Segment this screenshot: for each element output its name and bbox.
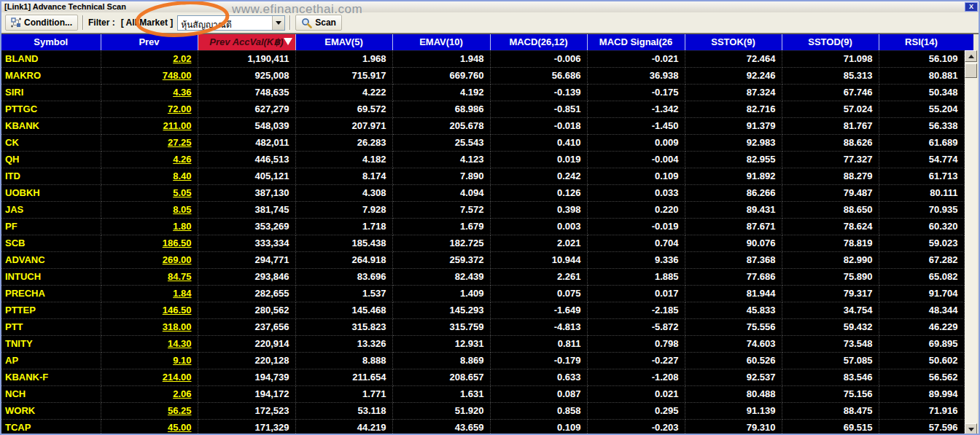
cell-prev[interactable]: 5.05 — [101, 184, 198, 201]
cell-value: 1.409 — [392, 285, 490, 302]
cell-prev[interactable]: 2.06 — [101, 385, 198, 402]
table-row[interactable]: PTT318.00237,656315.823315.759-4.813-5.8… — [1, 318, 964, 335]
vertical-scrollbar[interactable] — [965, 50, 977, 435]
cell-symbol[interactable]: NCH — [1, 385, 101, 402]
cell-symbol[interactable]: TNITY — [1, 335, 101, 352]
cell-prev[interactable]: 4.26 — [101, 151, 198, 168]
cell-symbol[interactable]: TCAP — [1, 419, 101, 435]
table-row[interactable]: CK27.25482,01126.28325.5430.4100.00992.9… — [1, 134, 964, 151]
table-row[interactable]: PF1.80353,2691.7181.6790.003-0.01987.671… — [1, 218, 964, 235]
column-header-sstok-9[interactable]: SSTOK(9) — [685, 34, 782, 50]
table-row[interactable]: MAKRO748.00925,008715.917669.76056.68636… — [1, 67, 964, 84]
cell-symbol[interactable]: JAS — [1, 201, 101, 218]
cell-prev[interactable]: 84.75 — [101, 268, 198, 285]
cell-symbol[interactable]: PTTEP — [1, 302, 101, 318]
cell-symbol[interactable]: ADVANC — [1, 251, 101, 268]
cell-prev[interactable]: 4.36 — [101, 84, 198, 101]
column-header-macd-26-12[interactable]: MACD(26,12) — [490, 34, 587, 50]
cell-prev[interactable]: 211.00 — [101, 117, 198, 134]
combo-dropdown-button[interactable] — [272, 16, 284, 30]
cell-prev[interactable]: 1.80 — [101, 218, 198, 235]
cell-prev[interactable]: 2.02 — [101, 50, 198, 67]
cell-value: 59.432 — [782, 318, 879, 335]
cell-symbol[interactable]: PTTGC — [1, 101, 101, 117]
table-row[interactable]: QH4.26446,5134.1824.1230.019-0.00482.955… — [1, 151, 964, 168]
cell-value: 88.279 — [782, 168, 879, 184]
scan-condition-combobox[interactable]: หุ้นสัญญาณดี — [177, 15, 285, 31]
cell-value: -1.649 — [490, 302, 587, 318]
cell-prev[interactable]: 56.25 — [101, 402, 198, 419]
cell-prev[interactable]: 748.00 — [101, 67, 198, 84]
cell-prev[interactable]: 8.05 — [101, 201, 198, 218]
table-row[interactable]: SIRI4.36748,6354.2224.192-0.139-0.17587.… — [1, 84, 964, 101]
cell-symbol[interactable]: BLAND — [1, 50, 101, 67]
cell-symbol[interactable]: WORK — [1, 402, 101, 419]
cell-prev[interactable]: 214.00 — [101, 369, 198, 385]
cell-prev[interactable]: 72.00 — [101, 101, 198, 117]
table-row[interactable]: WORK56.25172,52353.11851.9200.8580.29591… — [1, 402, 964, 419]
cell-value: 0.398 — [490, 201, 587, 218]
cell-symbol[interactable]: CK — [1, 134, 101, 151]
table-row[interactable]: TNITY14.30220,91413.32612.9310.8110.7987… — [1, 335, 964, 352]
close-icon[interactable]: X — [965, 2, 978, 12]
cell-prev[interactable]: 8.40 — [101, 168, 198, 184]
cell-symbol[interactable]: AP — [1, 352, 101, 369]
condition-button[interactable]: Condition... — [5, 15, 78, 31]
table-row[interactable]: TCAP45.00171,32944.21943.6590.109-0.2037… — [1, 419, 964, 435]
column-header-prev[interactable]: Prev — [101, 34, 198, 50]
cell-symbol[interactable]: KBANK — [1, 117, 101, 134]
column-header-symbol[interactable]: Symbol — [1, 34, 101, 50]
cell-symbol[interactable]: QH — [1, 151, 101, 168]
table-row[interactable]: JAS8.05381,7457.9287.5720.3980.22089.431… — [1, 201, 964, 218]
scroll-down-button[interactable] — [965, 423, 977, 435]
column-header-emav-5[interactable]: EMAV(5) — [295, 34, 392, 50]
cell-prev[interactable]: 9.10 — [101, 352, 198, 369]
table-row[interactable]: UOBKH5.05387,1304.3084.0940.1260.03386.2… — [1, 184, 964, 201]
cell-value: 0.858 — [490, 402, 587, 419]
table-row[interactable]: PRECHA1.84282,6551.5371.4090.0750.01781.… — [1, 285, 964, 302]
table-row[interactable]: BLAND2.021,190,4111.9681.948-0.006-0.021… — [1, 50, 964, 67]
cell-prev[interactable]: 45.00 — [101, 419, 198, 435]
cell-value: 925,008 — [198, 67, 295, 84]
scroll-up-button[interactable] — [965, 50, 977, 62]
table-row[interactable]: ITD8.40405,1218.1747.8900.2420.10991.892… — [1, 168, 964, 184]
cell-prev[interactable]: 1.84 — [101, 285, 198, 302]
cell-symbol[interactable]: UOBKH — [1, 184, 101, 201]
table-row[interactable]: KBANK211.00548,039207.971205.678-0.018-1… — [1, 117, 964, 134]
table-row[interactable]: NCH2.06194,1721.7711.6310.0870.02180.488… — [1, 385, 964, 402]
scroll-thumb[interactable] — [965, 63, 977, 78]
cell-value: -1.208 — [587, 369, 685, 385]
table-row[interactable]: SCB186.50333,334185.438182.7252.0210.704… — [1, 235, 964, 251]
cell-value: 1.718 — [295, 218, 392, 235]
cell-symbol[interactable]: PTT — [1, 318, 101, 335]
cell-symbol[interactable]: MAKRO — [1, 67, 101, 84]
cell-symbol[interactable]: KBANK-F — [1, 369, 101, 385]
column-header-macd-signal-26[interactable]: MACD Signal(26 — [587, 34, 685, 50]
cell-prev[interactable]: 146.50 — [101, 302, 198, 318]
cell-symbol[interactable]: PRECHA — [1, 285, 101, 302]
cell-symbol[interactable]: SIRI — [1, 84, 101, 101]
cell-value: 80.488 — [685, 385, 782, 402]
cell-prev[interactable]: 14.30 — [101, 335, 198, 352]
cell-symbol[interactable]: ITD — [1, 168, 101, 184]
table-row[interactable]: ADVANC269.00294,771264.918259.37210.9449… — [1, 251, 964, 268]
column-header-prev-accval-k[interactable]: Prev AccVal(K฿) — [198, 34, 295, 50]
cell-prev[interactable]: 318.00 — [101, 318, 198, 335]
column-header-emav-10[interactable]: EMAV(10) — [392, 34, 490, 50]
chevron-down-icon — [276, 21, 281, 25]
column-header-sstod-9[interactable]: SSTOD(9) — [782, 34, 879, 50]
cell-prev[interactable]: 27.25 — [101, 134, 198, 151]
cell-symbol[interactable]: PF — [1, 218, 101, 235]
cell-symbol[interactable]: INTUCH — [1, 268, 101, 285]
table-row[interactable]: INTUCH84.75293,84683.69682.4392.2611.885… — [1, 268, 964, 285]
table-row[interactable]: KBANK-F214.00194,739211.654208.6570.633-… — [1, 369, 964, 385]
cell-value: 87.671 — [685, 218, 782, 235]
table-row[interactable]: PTTGC72.00627,27969.57268.986-0.851-1.34… — [1, 101, 964, 117]
column-header-rsi-14[interactable]: RSI(14) — [879, 34, 964, 50]
cell-prev[interactable]: 269.00 — [101, 251, 198, 268]
table-row[interactable]: PTTEP146.50280,562145.468145.293-1.649-2… — [1, 302, 964, 318]
table-row[interactable]: AP9.10220,1288.8888.869-0.179-0.22760.52… — [1, 352, 964, 369]
cell-prev[interactable]: 186.50 — [101, 235, 198, 251]
cell-symbol[interactable]: SCB — [1, 235, 101, 251]
scan-button[interactable]: Scan — [295, 15, 342, 31]
